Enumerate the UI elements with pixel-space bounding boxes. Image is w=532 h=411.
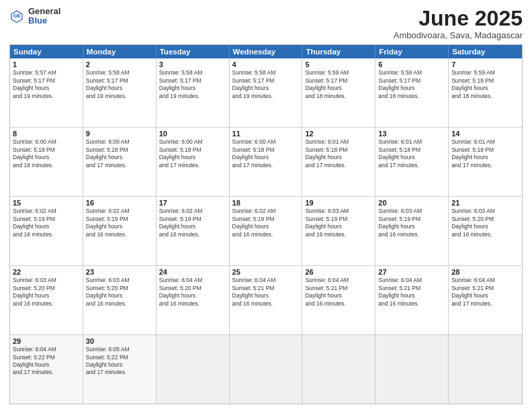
day-cell-1: 1 Sunrise: 5:57 AM Sunset: 5:17 PM Dayli… [10, 58, 83, 127]
day-number: 29 [13, 337, 80, 345]
day-info: Sunrise: 6:04 AM Sunset: 5:21 PM Dayligh… [451, 277, 519, 308]
day-info: Sunrise: 5:58 AM Sunset: 5:17 PM Dayligh… [86, 69, 153, 100]
calendar-week-3: 15 Sunrise: 6:02 AM Sunset: 5:19 PM Dayl… [10, 196, 522, 265]
logo: GB General Blue [9, 7, 60, 26]
day-cell-24: 24 Sunrise: 6:04 AM Sunset: 5:20 PM Dayl… [157, 266, 230, 334]
weekday-friday: Friday [375, 45, 449, 58]
day-cell-29: 29 Sunrise: 6:04 AM Sunset: 5:22 PM Dayl… [10, 335, 83, 404]
day-number: 4 [232, 60, 300, 68]
day-info: Sunrise: 6:05 AM Sunset: 5:22 PM Dayligh… [86, 346, 153, 377]
day-cell-9: 9 Sunrise: 6:00 AM Sunset: 5:18 PM Dayli… [83, 128, 157, 196]
calendar-body: 1 Sunrise: 5:57 AM Sunset: 5:17 PM Dayli… [10, 58, 522, 404]
day-info: Sunrise: 6:03 AM Sunset: 5:20 PM Dayligh… [86, 277, 153, 308]
day-number: 25 [232, 268, 300, 276]
day-info: Sunrise: 6:02 AM Sunset: 5:19 PM Dayligh… [232, 208, 300, 238]
day-info: Sunrise: 5:59 AM Sunset: 5:18 PM Dayligh… [451, 69, 519, 100]
day-number: 26 [305, 268, 372, 276]
weekday-monday: Monday [83, 45, 157, 58]
calendar-week-2: 8 Sunrise: 6:00 AM Sunset: 5:18 PM Dayli… [10, 127, 522, 196]
weekday-thursday: Thursday [302, 45, 375, 58]
day-number: 20 [378, 199, 445, 207]
day-cell-16: 16 Sunrise: 6:02 AM Sunset: 5:19 PM Dayl… [83, 197, 157, 265]
day-number: 24 [159, 268, 226, 276]
month-title: June 2025 [394, 7, 523, 30]
day-number: 16 [86, 199, 153, 207]
day-info: Sunrise: 6:00 AM Sunset: 5:18 PM Dayligh… [86, 138, 153, 169]
day-cell-5: 5 Sunrise: 5:59 AM Sunset: 5:17 PM Dayli… [302, 58, 375, 127]
weekday-sunday: Sunday [10, 45, 83, 58]
day-info: Sunrise: 6:03 AM Sunset: 5:20 PM Dayligh… [13, 277, 80, 308]
day-cell-2: 2 Sunrise: 5:58 AM Sunset: 5:17 PM Dayli… [83, 58, 157, 127]
day-number: 27 [378, 268, 445, 276]
day-number: 2 [86, 60, 153, 68]
calendar-grid: Sunday Monday Tuesday Wednesday Thursday… [9, 44, 523, 404]
day-cell-26: 26 Sunrise: 6:04 AM Sunset: 5:21 PM Dayl… [302, 266, 375, 334]
day-number: 10 [159, 130, 226, 138]
day-cell-15: 15 Sunrise: 6:02 AM Sunset: 5:19 PM Dayl… [10, 197, 83, 265]
empty-cell [375, 335, 449, 404]
day-cell-23: 23 Sunrise: 6:03 AM Sunset: 5:20 PM Dayl… [83, 266, 157, 334]
day-number: 30 [86, 337, 153, 345]
day-number: 22 [13, 268, 80, 276]
day-number: 18 [232, 199, 300, 207]
empty-cell [230, 335, 303, 404]
logo-blue: Blue [28, 16, 60, 26]
day-cell-13: 13 Sunrise: 6:01 AM Sunset: 5:18 PM Dayl… [375, 128, 449, 196]
day-info: Sunrise: 6:03 AM Sunset: 5:20 PM Dayligh… [451, 208, 519, 238]
day-cell-20: 20 Sunrise: 6:03 AM Sunset: 5:19 PM Dayl… [375, 197, 449, 265]
day-cell-4: 4 Sunrise: 5:58 AM Sunset: 5:17 PM Dayli… [230, 58, 303, 127]
calendar-page: GB General Blue June 2025 Ambodivoara, S… [0, 0, 532, 411]
weekday-saturday: Saturday [449, 45, 522, 58]
day-info: Sunrise: 6:02 AM Sunset: 5:19 PM Dayligh… [86, 208, 153, 238]
logo-icon: GB [9, 9, 24, 24]
page-header: GB General Blue June 2025 Ambodivoara, S… [9, 7, 523, 40]
day-cell-21: 21 Sunrise: 6:03 AM Sunset: 5:20 PM Dayl… [449, 197, 522, 265]
day-info: Sunrise: 6:03 AM Sunset: 5:19 PM Dayligh… [378, 208, 445, 238]
day-info: Sunrise: 5:58 AM Sunset: 5:17 PM Dayligh… [159, 69, 226, 100]
day-number: 11 [232, 130, 300, 138]
day-info: Sunrise: 6:04 AM Sunset: 5:20 PM Dayligh… [159, 277, 226, 308]
day-cell-17: 17 Sunrise: 6:02 AM Sunset: 5:19 PM Dayl… [157, 197, 230, 265]
weekday-tuesday: Tuesday [157, 45, 230, 58]
day-cell-12: 12 Sunrise: 6:01 AM Sunset: 5:18 PM Dayl… [302, 128, 375, 196]
svg-text:GB: GB [13, 14, 21, 19]
day-info: Sunrise: 6:01 AM Sunset: 5:18 PM Dayligh… [378, 138, 445, 169]
title-block: June 2025 Ambodivoara, Sava, Madagascar [394, 7, 523, 40]
location-subtitle: Ambodivoara, Sava, Madagascar [394, 30, 523, 40]
day-cell-30: 30 Sunrise: 6:05 AM Sunset: 5:22 PM Dayl… [83, 335, 157, 404]
calendar-week-5: 29 Sunrise: 6:04 AM Sunset: 5:22 PM Dayl… [10, 334, 522, 404]
day-info: Sunrise: 5:57 AM Sunset: 5:17 PM Dayligh… [13, 69, 80, 100]
day-info: Sunrise: 5:59 AM Sunset: 5:17 PM Dayligh… [305, 69, 372, 100]
day-info: Sunrise: 6:02 AM Sunset: 5:19 PM Dayligh… [13, 208, 80, 238]
day-info: Sunrise: 6:00 AM Sunset: 5:18 PM Dayligh… [13, 138, 80, 169]
day-info: Sunrise: 6:01 AM Sunset: 5:18 PM Dayligh… [451, 138, 519, 169]
day-info: Sunrise: 6:04 AM Sunset: 5:21 PM Dayligh… [305, 277, 372, 308]
day-cell-11: 11 Sunrise: 6:00 AM Sunset: 5:18 PM Dayl… [230, 128, 303, 196]
logo-text: General Blue [28, 7, 60, 26]
day-number: 3 [159, 60, 226, 68]
day-number: 17 [159, 199, 226, 207]
day-info: Sunrise: 6:04 AM Sunset: 5:21 PM Dayligh… [232, 277, 300, 308]
day-cell-19: 19 Sunrise: 6:03 AM Sunset: 5:19 PM Dayl… [302, 197, 375, 265]
day-number: 7 [451, 60, 519, 68]
day-cell-14: 14 Sunrise: 6:01 AM Sunset: 5:18 PM Dayl… [449, 128, 522, 196]
day-number: 8 [13, 130, 80, 138]
day-number: 9 [86, 130, 153, 138]
day-cell-6: 6 Sunrise: 5:59 AM Sunset: 5:17 PM Dayli… [375, 58, 449, 127]
day-cell-8: 8 Sunrise: 6:00 AM Sunset: 5:18 PM Dayli… [10, 128, 83, 196]
day-info: Sunrise: 6:03 AM Sunset: 5:19 PM Dayligh… [305, 208, 372, 238]
weekday-wednesday: Wednesday [230, 45, 303, 58]
day-info: Sunrise: 5:58 AM Sunset: 5:17 PM Dayligh… [232, 69, 300, 100]
logo-general: General [28, 7, 60, 16]
day-cell-3: 3 Sunrise: 5:58 AM Sunset: 5:17 PM Dayli… [157, 58, 230, 127]
day-number: 19 [305, 199, 372, 207]
day-number: 1 [13, 60, 80, 68]
day-number: 13 [378, 130, 445, 138]
day-number: 14 [451, 130, 519, 138]
day-info: Sunrise: 6:02 AM Sunset: 5:19 PM Dayligh… [159, 208, 226, 238]
day-info: Sunrise: 6:00 AM Sunset: 5:18 PM Dayligh… [232, 138, 300, 169]
calendar-header: Sunday Monday Tuesday Wednesday Thursday… [10, 45, 522, 58]
day-cell-10: 10 Sunrise: 6:00 AM Sunset: 5:18 PM Dayl… [157, 128, 230, 196]
day-info: Sunrise: 6:00 AM Sunset: 5:18 PM Dayligh… [159, 138, 226, 169]
day-info: Sunrise: 5:59 AM Sunset: 5:17 PM Dayligh… [378, 69, 445, 100]
